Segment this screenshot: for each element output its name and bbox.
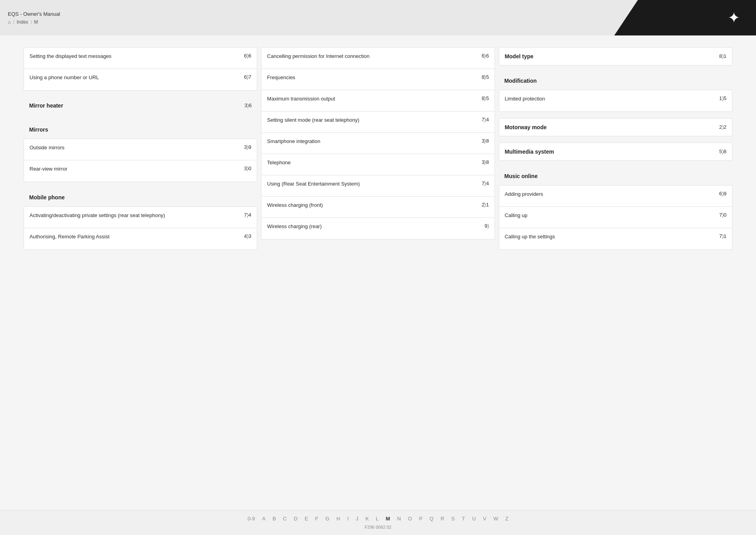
alpha-c[interactable]: C (283, 516, 287, 522)
entry-telephone-label: Telephone (267, 159, 478, 166)
entry-setting-displayed[interactable]: Setting the displayed text messages 6〉6 (24, 48, 257, 69)
music-online-box: Adding providers 6〉9 Calling up 7〉0 Call… (499, 185, 732, 250)
mirror-heater-heading: Mirror heater 3〉6 (24, 97, 257, 114)
index-col-3: Model type 8〉1 Modification Limited prot… (499, 47, 732, 250)
entry-rearview-mirror[interactable]: Rear-view mirror 3〉0 (24, 160, 257, 182)
entry-using-phone-page: 6〉7 (244, 74, 251, 80)
entry-setting-silent-mode-label: Setting silent mode (rear seat telephony… (267, 117, 478, 124)
alpha-e[interactable]: E (305, 516, 308, 522)
entry-authorising-parking-label: Authorising, Remote Parking Assist (30, 233, 241, 240)
music-online-label: Music online (504, 173, 538, 179)
header-title: EQS - Owner's Manual (8, 11, 606, 17)
breadcrumb-index[interactable]: Index (17, 19, 28, 25)
alpha-n[interactable]: N (397, 516, 401, 522)
entry-frequencies-page: 8〉5 (482, 74, 489, 80)
entry-using-phone-label: Using a phone number or URL (30, 74, 241, 81)
entry-setting-silent-mode[interactable]: Setting silent mode (rear seat telephony… (261, 111, 494, 133)
alpha-k[interactable]: K (365, 516, 369, 522)
breadcrumb-sep-2: 〉 (31, 20, 32, 24)
home-icon[interactable]: ⌂ (8, 19, 11, 25)
model-type-label: Model type (505, 53, 534, 59)
alpha-w[interactable]: W (493, 516, 498, 522)
modification-box: Limited protection 1〉5 (499, 90, 732, 112)
entry-setting-displayed-page: 6〉6 (244, 53, 251, 59)
motorway-mode-entry[interactable]: Motorway mode 2〉2 (499, 118, 732, 136)
entry-wireless-rear[interactable]: Wireless charging (rear) 9〉 (261, 218, 494, 239)
entry-outside-mirrors-page: 3〉9 (244, 144, 251, 150)
entry-calling-up-settings-page: 7〉1 (719, 233, 726, 240)
entry-wireless-front-label: Wireless charging (front) (267, 202, 478, 209)
alpha-r[interactable]: R (441, 516, 444, 522)
entry-using-rear-seat-page: 7〉4 (482, 180, 489, 187)
alpha-v[interactable]: V (483, 516, 486, 522)
alpha-a[interactable]: A (262, 516, 266, 522)
alpha-z[interactable]: Z (505, 516, 508, 522)
alpha-t[interactable]: T (462, 516, 465, 522)
entry-calling-up-label: Calling up (505, 212, 716, 219)
alpha-i[interactable]: I (347, 516, 349, 522)
multimedia-system-label: Multimedia system (505, 149, 554, 155)
alpha-d[interactable]: D (294, 516, 297, 522)
entry-max-transmission[interactable]: Maximum transmission output 8〉5 (261, 90, 494, 111)
index-col-2: Cancelling permission for Internet conne… (261, 47, 495, 250)
alpha-p[interactable]: P (419, 516, 422, 522)
alpha-b[interactable]: B (272, 516, 276, 522)
alpha-09[interactable]: 0-9 (248, 516, 255, 522)
breadcrumb-sep-1: 〉 (13, 20, 14, 24)
alpha-j[interactable]: J (356, 516, 358, 522)
document-code: F296 0062 02 (24, 525, 732, 529)
mobile-phone-label: Mobile phone (29, 194, 65, 201)
alpha-f[interactable]: F (315, 516, 318, 522)
alpha-q[interactable]: Q (430, 516, 434, 522)
entry-adding-providers-label: Adding providers (505, 191, 716, 198)
multimedia-system-page: 5〉8 (719, 149, 726, 155)
alpha-o[interactable]: O (408, 516, 412, 522)
entry-calling-up-settings[interactable]: Calling up the settings 7〉1 (499, 228, 732, 249)
entry-adding-providers[interactable]: Adding providers 6〉9 (499, 186, 732, 207)
col2-box: Cancelling permission for Internet conne… (261, 47, 495, 240)
alpha-s[interactable]: S (451, 516, 455, 522)
entry-activating-private[interactable]: Activating/deactivating private settings… (24, 207, 257, 228)
motorway-mode-label: Motorway mode (505, 124, 547, 130)
model-type-entry[interactable]: Model type 8〉1 (499, 47, 732, 65)
gap7 (499, 161, 732, 167)
entry-using-rear-seat[interactable]: Using (Rear Seat Entertainment System) 7… (261, 175, 494, 197)
entry-calling-up[interactable]: Calling up 7〉0 (499, 207, 732, 228)
entry-calling-up-page: 7〉0 (719, 212, 726, 218)
motorway-mode-page: 2〉2 (719, 124, 726, 130)
alpha-h[interactable]: H (336, 516, 340, 522)
entry-max-transmission-label: Maximum transmission output (267, 95, 478, 102)
entry-smartphone-integration[interactable]: Smartphone integration 3〉8 (261, 133, 494, 154)
mercedes-logo: ✦ (728, 9, 740, 26)
entry-telephone[interactable]: Telephone 3〉8 (261, 154, 494, 175)
index-col-1: Setting the displayed text messages 6〉6 … (24, 47, 257, 250)
logo-area: ✦ (614, 0, 756, 35)
mirrors-label: Mirrors (29, 126, 48, 133)
breadcrumb: ⌂ 〉 Index 〉 M (8, 19, 606, 25)
alpha-l[interactable]: L (376, 516, 379, 522)
modification-label: Modification (504, 78, 537, 84)
entry-authorising-parking[interactable]: Authorising, Remote Parking Assist 4〉3 (24, 228, 257, 249)
multimedia-system-entry[interactable]: Multimedia system 5〉8 (499, 143, 732, 161)
gap3 (24, 182, 257, 188)
entry-outside-mirrors[interactable]: Outside mirrors 3〉9 (24, 139, 257, 160)
footer: 0-9 A B C D E F G H I J K L M N O P Q R … (0, 510, 756, 535)
alpha-u[interactable]: U (472, 516, 476, 522)
mirror-heater-page: 3〉6 (245, 102, 252, 109)
entry-limited-protection[interactable]: Limited protection 1〉5 (499, 90, 732, 111)
entry-frequencies[interactable]: Frequencies 8〉5 (261, 69, 494, 90)
entry-cancelling-permission[interactable]: Cancelling permission for Internet conne… (261, 48, 494, 69)
entry-setting-silent-mode-page: 7〉4 (482, 117, 489, 123)
entry-wireless-front[interactable]: Wireless charging (front) 2〉1 (261, 197, 494, 218)
alpha-g[interactable]: G (325, 516, 329, 522)
entry-adding-providers-page: 6〉9 (719, 191, 726, 197)
entry-wireless-front-page: 2〉1 (482, 202, 489, 208)
alpha-m[interactable]: M (386, 516, 390, 522)
entry-cancelling-permission-page: 6〉6 (482, 53, 489, 59)
main-content: Setting the displayed text messages 6〉6 … (0, 35, 756, 510)
entry-using-phone[interactable]: Using a phone number or URL 6〉7 (24, 69, 257, 90)
entry-limited-protection-label: Limited protection (505, 95, 716, 102)
entry-rearview-mirror-page: 3〉0 (244, 165, 251, 172)
entry-setting-displayed-label: Setting the displayed text messages (30, 53, 241, 60)
entry-calling-up-settings-label: Calling up the settings (505, 233, 716, 240)
